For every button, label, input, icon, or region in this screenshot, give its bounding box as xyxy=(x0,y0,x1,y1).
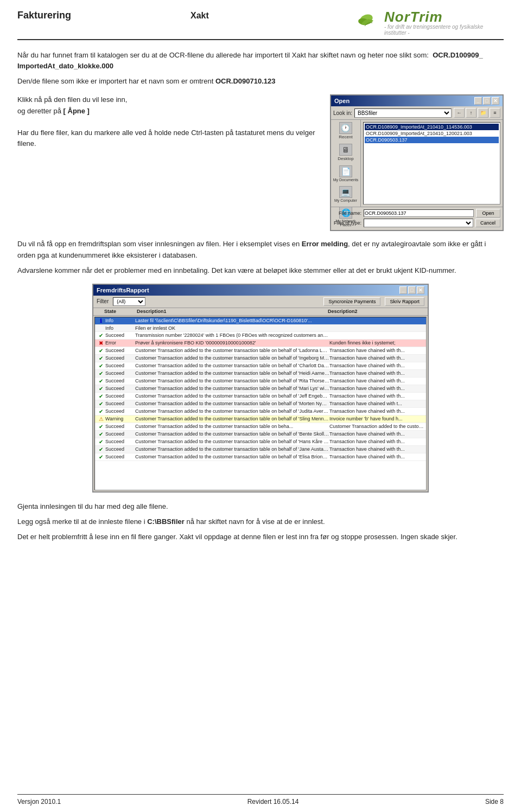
rapport-toolbar: Filter (All) Syncronize Payments Skriv R… xyxy=(93,296,428,308)
logo-text-block: NorTrim - for drift av treningssentere o… xyxy=(384,10,504,36)
nav-my-documents[interactable]: 📄 My Docu­ments xyxy=(333,165,359,182)
rapport-row-error[interactable]: ✖ Error Prøver å synkronisere FBO KID '0… xyxy=(95,340,426,347)
para-4: Har du flere filer, kan du markere alle … xyxy=(17,127,319,149)
back-icon[interactable]: ← xyxy=(454,108,465,118)
footer-version: Versjon 2010.1 xyxy=(17,798,61,805)
row-s12-icon: ✔ xyxy=(97,446,105,452)
para-7: Gjenta innlesingen til du har med deg al… xyxy=(17,501,504,512)
rapport-row-3[interactable]: ✔ Succeed Transmission number '2280024' … xyxy=(95,332,426,340)
text-col: Klikk nå på den filen du vil lese inn, o… xyxy=(17,94,319,231)
rapport-row-2[interactable]: Info Filen er innlest OK xyxy=(95,325,426,332)
logo-tagline: - for drift av treningssentere og fysika… xyxy=(384,24,504,36)
logo: NorTrim - for drift av treningssentere o… xyxy=(353,10,504,36)
nav-desktop[interactable]: 🖥 Desktop xyxy=(338,144,353,161)
row-s4-state: Succeed xyxy=(105,370,135,376)
row1-icon: ℹ xyxy=(97,318,105,324)
dialog-toolbar: Look in: BBSfiler ← ↑ 📁 ≡ xyxy=(331,106,503,120)
desktop-icon: 🖥 xyxy=(339,144,352,156)
table-row[interactable]: ✔ Succeed Customer Transaction added to … xyxy=(95,347,426,355)
rapport-minimize[interactable]: _ xyxy=(399,286,407,294)
sync-payments-button[interactable]: Syncronize Payments xyxy=(323,297,380,306)
write-report-button[interactable]: Skriv Rapport xyxy=(385,297,424,306)
row1-desc1: Laster fil '\\sclient\C\BBSfiler\Driftsk… xyxy=(135,318,329,323)
nav-recent[interactable]: 🕐 Recent xyxy=(339,122,352,139)
row-s7-desc1: Customer Transaction added to the custom… xyxy=(135,393,329,399)
para-1: Når du har funnet fram til katalogen ser… xyxy=(17,50,504,72)
table-row[interactable]: ✔ Succeed Customer Transaction added to … xyxy=(95,438,426,446)
para-6: Advarslene kommer når det er problemer m… xyxy=(17,265,504,276)
table-row[interactable]: ✔ Succeed Customer Transaction added to … xyxy=(95,362,426,370)
cancel-button[interactable]: Cancel xyxy=(475,219,500,227)
filename-example: OCR.D100909_ ImportedAt_dato_klokke.000 xyxy=(17,51,483,70)
footer-page: Side 8 xyxy=(485,798,504,805)
open-button[interactable]: Open xyxy=(476,209,500,218)
row-s2-desc2: Transaction have chained with th... xyxy=(329,355,424,361)
rapport-maximize[interactable]: □ xyxy=(408,286,416,294)
table-row[interactable]: ✔ Succeed Customer Transaction added to … xyxy=(95,393,426,400)
row-s7-desc2: Transaction have chained with th... xyxy=(329,393,424,399)
up-icon[interactable]: ↑ xyxy=(466,108,476,118)
row-s5-desc1: Customer Transaction added to the custom… xyxy=(135,378,329,383)
dialog-title: Open xyxy=(334,98,350,104)
row-s1-desc2: Transaction have chained with th... xyxy=(329,348,424,353)
look-in-select[interactable]: BBSfiler xyxy=(354,108,452,118)
row-s13-desc2: Transaction have chained with th... xyxy=(329,454,424,459)
table-row[interactable]: ✔ Succeed Customer Transaction added to … xyxy=(95,408,426,415)
table-row[interactable]: ✔ Succeed Customer Transaction added to … xyxy=(95,370,426,378)
file-item-3[interactable]: OCR.D090503.137 xyxy=(365,137,499,143)
row-warn-desc1: Customer Transaction added to the custom… xyxy=(135,416,329,421)
row-s10-desc1: Customer Transaction added to the custom… xyxy=(135,431,329,437)
rapport-list: ℹ Info Laster fil '\\sclient\C\BBSfiler\… xyxy=(94,317,427,490)
open-dialog-window: Open _ □ ✕ Look in: BBSfiler ← ↑ xyxy=(330,94,504,231)
table-row[interactable]: ✔ Succeed Customer Transaction added to … xyxy=(95,423,426,431)
para-9: Det er helt problemfritt å lese inn en f… xyxy=(17,532,504,542)
row-s1-state: Succeed xyxy=(105,348,135,353)
rapport-titlebar: FremdriftsRapport _ □ ✕ xyxy=(93,285,428,296)
dialog-titlebar-buttons: _ □ ✕ xyxy=(474,97,499,105)
open-dialog-screenshot: Open _ □ ✕ Look in: BBSfiler ← ↑ xyxy=(330,94,504,231)
table-row[interactable]: ✔ Succeed Customer Transaction added to … xyxy=(95,400,426,408)
table-row[interactable]: ✔ Succeed Customer Transaction added to … xyxy=(95,453,426,461)
row-warn-state: Warning xyxy=(105,416,135,421)
close-btn[interactable]: ✕ xyxy=(492,97,499,105)
row-o1-state: Succeed xyxy=(105,424,135,429)
rapport-row-warning[interactable]: ⚠ Warning Customer Transaction added to … xyxy=(95,415,426,423)
filter-select[interactable]: (All) xyxy=(113,297,145,306)
file-item-1[interactable]: OCR.D108909_ImportedAt_210410_114536.003 xyxy=(365,124,499,130)
row2-state: Info xyxy=(105,325,135,331)
my-docs-icon: 📄 xyxy=(339,165,352,177)
row-s7-state: Succeed xyxy=(105,393,135,399)
bbsfiler-path: C:\BBSfiler xyxy=(147,517,185,526)
rapport-close[interactable]: ✕ xyxy=(417,286,424,294)
dialog-file-list: OCR.D108909_ImportedAt_210410_114536.003… xyxy=(363,122,500,204)
table-row[interactable]: ✔ Succeed Customer Transaction added to … xyxy=(95,378,426,385)
new-folder-icon[interactable]: 📁 xyxy=(478,108,488,118)
row-s1-desc1: Customer Transaction added to the custom… xyxy=(135,348,329,353)
maximize-btn[interactable]: □ xyxy=(483,97,491,105)
minimize-btn[interactable]: _ xyxy=(474,97,482,105)
view-icon[interactable]: ≡ xyxy=(490,108,500,118)
file-item-2[interactable]: OCR.D100909_ImportedAt_210410_120021.003 xyxy=(365,130,499,137)
row-s2-state: Succeed xyxy=(105,355,135,361)
para-8: Legg også merke til at de innleste filen… xyxy=(17,516,504,527)
row-s4-desc1: Customer Transaction added to the custom… xyxy=(135,370,329,376)
table-row[interactable]: ✔ Succeed Customer Transaction added to … xyxy=(95,385,426,393)
header: Fakturering Xakt NorTrim - for drift av … xyxy=(17,10,504,40)
two-col-section: Klikk nå på den filen du vil lese inn, o… xyxy=(17,94,504,231)
filename-input[interactable] xyxy=(364,209,474,217)
row-s9-desc2: Transaction have chained with th... xyxy=(329,408,424,414)
table-row[interactable]: ✔ Succeed Customer Transaction added to … xyxy=(95,355,426,362)
rapport-table-header: State Description1 Description2 xyxy=(93,308,428,316)
table-row[interactable]: ✔ Succeed Customer Transaction added to … xyxy=(95,446,426,453)
rapport-row-1[interactable]: ℹ Info Laster fil '\\sclient\C\BBSfiler\… xyxy=(95,317,426,325)
filetype-select[interactable] xyxy=(364,219,473,227)
nav-recent-label: Recent xyxy=(339,135,352,139)
rapport-title-btns: _ □ ✕ xyxy=(399,286,424,294)
row-s5-desc2: Transaction have chained with th... xyxy=(329,378,424,383)
dialog-body: 🕐 Recent 🖥 Desktop 📄 My Docu­ments xyxy=(331,120,503,207)
table-row[interactable]: ✔ Succeed Customer Transaction added to … xyxy=(95,431,426,438)
row-s6-state: Succeed xyxy=(105,386,135,391)
nav-my-computer[interactable]: 💻 My Computer xyxy=(334,186,357,202)
row-s7-icon: ✔ xyxy=(97,393,105,399)
col-icon-header xyxy=(96,309,104,315)
